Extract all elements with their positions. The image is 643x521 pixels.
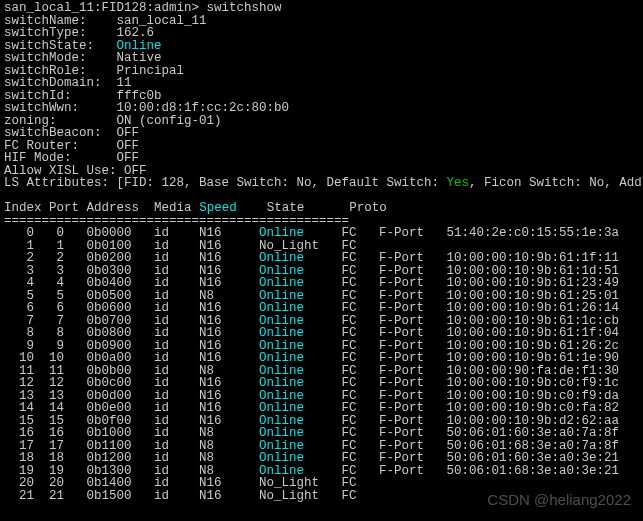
attr-hifmode: HIF Mode: OFF — [4, 152, 639, 165]
attr-switchmode: switchMode: Native — [4, 52, 639, 65]
attr-switchtype: switchType: 162.6 — [4, 27, 639, 40]
val-lsattr-suffix: , Ficon Switch: No, Address Mode 0] — [469, 176, 643, 190]
attr-switchwwn: switchWwn: 10:00:d8:1f:cc:2c:80:b0 — [4, 102, 639, 115]
hdr-port: Port — [49, 201, 79, 215]
hdr-media: Media — [154, 201, 192, 215]
prompt-line: san_local_11:FID128:admin> switchshow — [4, 2, 639, 15]
prompt-host: san_local_11 — [4, 1, 94, 15]
prompt-cmd: switchshow — [207, 1, 282, 15]
val-lsattr-prefix: [FID: 128, Base Switch: No, Default Swit… — [117, 176, 447, 190]
hdr-proto: Proto — [349, 201, 387, 215]
terminal[interactable]: san_local_11:FID128:admin> switchshow sw… — [0, 0, 643, 504]
attr-switchbeacon: switchBeacon: OFF — [4, 127, 639, 140]
hdr-address: Address — [87, 201, 140, 215]
attr-lsattr: LS Attributes: [FID: 128, Base Switch: N… — [4, 177, 639, 190]
hdr-index: Index — [4, 201, 42, 215]
attr-switchdomain: switchDomain: 11 — [4, 77, 639, 90]
hdr-speed: Speed — [199, 201, 237, 215]
table-header: Index Port Address Media Speed State Pro… — [4, 202, 639, 215]
watermark: CSDN @heliang2022 — [487, 492, 631, 507]
table-body: 0 0 0b0000 id N16 Online FC F-Port 51:40… — [4, 227, 639, 502]
val-lsattr-yes: Yes — [447, 176, 470, 190]
hdr-state: State — [267, 201, 305, 215]
